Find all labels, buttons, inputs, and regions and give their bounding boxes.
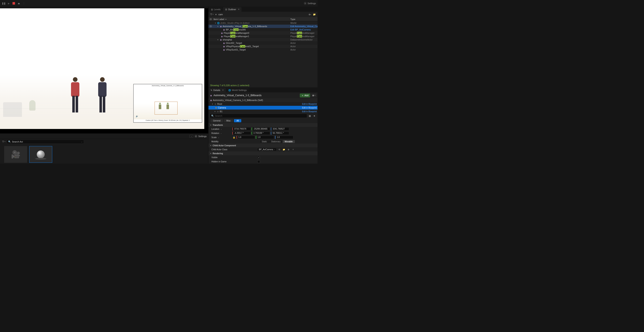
settings-label: Settings [308, 2, 316, 4]
tree-row-world[interactable]: ▾ 🌐 JinBo_Studio (Play In Editor) World [208, 21, 318, 25]
component-b1[interactable]: ▾ ⊹ B1 Edit in Blueprint [208, 110, 318, 113]
section-header-child-actor[interactable]: ▾ Child Actor Component [208, 144, 318, 147]
visibility-toggle[interactable] [208, 25, 213, 27]
mobility-movable[interactable]: Movable [282, 140, 295, 143]
content-settings-button[interactable]: Settings [194, 135, 206, 138]
tree-row-playermgr1[interactable]: ◉ PlayerCameraManager1 PlayerCameraManag… [208, 35, 318, 38]
filter-all[interactable]: All [234, 119, 241, 122]
child-actor-class-dropdown[interactable]: BP_AxiCamera ⌄ [257, 148, 276, 151]
actor-icon: ◉ [223, 28, 225, 31]
tree-row-shanghai[interactable]: ▾ ◉ shanghai DatasmithSceneActor [208, 38, 318, 41]
edit-blueprint-link[interactable]: Edit in Blueprint [302, 103, 317, 105]
filter-button[interactable]: ▾ [1, 140, 6, 144]
world-icon: 🌐 [228, 89, 231, 91]
edit-blueprint-link[interactable]: Edit in Blueprint [302, 107, 317, 109]
add-component-button[interactable]: ＋ Add [300, 93, 310, 97]
eject-button[interactable]: ⏏ [17, 1, 21, 5]
scene-chair [3, 102, 22, 117]
component-self[interactable]: ◉ Aximmetry_Virtual_Camera_1-3_Billboard… [208, 98, 318, 102]
add-filter-button[interactable]: ⊕▾ [308, 12, 312, 16]
viewport[interactable]: Aximmetry_Virtual_Camera_1-3_Billboards … [0, 8, 208, 133]
tree-row-playermgr0[interactable]: ◉ PlayerCameraManager0 PlayerCameraManag… [208, 31, 318, 35]
folder-button[interactable]: 📁 [312, 12, 316, 16]
rotation-z-input[interactable]: 56.709311 ° [271, 131, 289, 135]
tab-outliner[interactable]: ☰ Outliner × [223, 7, 242, 12]
tree-row-direct02[interactable]: ◉ Direct02_Target Actor [208, 41, 318, 45]
location-y-input[interactable]: -25289.306465 [252, 127, 270, 131]
actor-icon: ◉ [223, 48, 225, 51]
material-sphere-icon [37, 150, 45, 158]
asset-thumb-material[interactable] [29, 146, 52, 163]
stop-button[interactable] [12, 1, 16, 5]
asset-thumb-camera[interactable]: 🎥 [4, 146, 27, 163]
scene-plant [29, 100, 36, 111]
location-z-input[interactable]: 3241.780527 [271, 127, 289, 131]
scale-z-input[interactable]: 1.0 [275, 136, 293, 139]
close-tab-icon[interactable]: × [238, 8, 240, 11]
view-options-button[interactable]: ▦ ▾ [312, 94, 316, 97]
asset-search[interactable]: 🔍 ⌄ [7, 140, 84, 144]
details-search[interactable]: 🔍 [210, 114, 307, 118]
expand-icon[interactable]: ▾ [214, 22, 216, 24]
settings-button[interactable]: Settings [304, 2, 316, 5]
visibility-column[interactable] [208, 17, 213, 21]
lock-icon[interactable]: 🔒 [233, 136, 235, 139]
favorite-button[interactable]: ★ [312, 114, 316, 118]
browse-button[interactable]: 📁 [282, 148, 286, 151]
actor-name: Aximmetry_Virtual_Camera_1-3_Billboards [214, 94, 298, 97]
property-matrix-button[interactable]: ▦ [308, 114, 312, 118]
filter-misc[interactable]: Misc [224, 119, 233, 122]
dropdown-icon[interactable]: ⌄ [220, 132, 222, 134]
dropdown-icon[interactable]: ⌄ [220, 128, 222, 130]
mobility-stationary[interactable]: Stationary [269, 140, 282, 143]
type-column[interactable]: Type [290, 17, 318, 21]
clear-search-icon[interactable]: × [214, 13, 218, 16]
scale-x-input[interactable]: 1.0 [236, 136, 255, 139]
section-header-transform[interactable]: ▾ Transform [208, 123, 318, 127]
tree-row-bpaxi[interactable]: ◉ BP_AxiCamera395 Edit BP_AxiCamera [208, 28, 318, 31]
scale-y-input[interactable]: 1.0 [256, 136, 274, 139]
visible-checkbox[interactable] [257, 156, 260, 159]
asset-search-input[interactable] [12, 140, 81, 143]
search-dropdown[interactable]: ⌄ [81, 141, 82, 143]
levels-icon: ▥ [211, 8, 213, 11]
item-label-column[interactable]: Item Label ▲ [213, 17, 290, 21]
outliner-tabs: ▥ Levels ☰ Outliner × [208, 7, 318, 12]
outliner-search-input[interactable] [218, 13, 307, 16]
prop-hidden-in-game: Hidden in Game [208, 159, 318, 164]
rotation-y-input[interactable]: 3.793199 ° [252, 131, 270, 135]
filter-general[interactable]: General [210, 119, 223, 122]
hidden-checkbox[interactable] [257, 160, 260, 163]
mobility-static[interactable]: Static [260, 140, 269, 143]
frame-advance-button[interactable]: ▶ [7, 1, 11, 5]
expand-icon[interactable]: ▾ [217, 25, 219, 27]
rotation-x-input[interactable]: -4.20517 ° [232, 131, 251, 135]
toolbar-menu-button[interactable]: ⋮ [22, 1, 26, 5]
section-header-rendering[interactable]: ▾ Rendering [208, 151, 318, 155]
tree-row-aximmetry[interactable]: ▾ ◉ Aximmetry_Virtual_Camera_1-3_Billboa… [208, 25, 318, 28]
location-x-input[interactable]: 3716.795576 [232, 127, 251, 131]
new-asset-button[interactable]: ⊕ [286, 148, 290, 151]
tab-world-settings[interactable]: 🌐 World Settings [226, 88, 249, 92]
close-tab-icon[interactable]: × [222, 89, 224, 92]
expand-icon[interactable]: ▾ [212, 103, 214, 105]
dropdown-icon[interactable]: ⌄ [218, 136, 219, 138]
tab-levels[interactable]: ▥ Levels [209, 7, 223, 12]
component-root[interactable]: ▾ ⊹ Root Edit in Blueprint [208, 102, 318, 106]
details-search-input[interactable] [215, 115, 306, 117]
tab-details[interactable]: ✎ Details × [208, 88, 226, 92]
tree-row-vraysun[interactable]: ◉ VRaySun01_Target Actor [208, 48, 318, 51]
actor-icon: ◉ [210, 94, 212, 97]
camera-icon: 🎥 [11, 150, 20, 159]
actor-icon: ◉ [223, 45, 225, 47]
expand-icon[interactable]: ▾ [217, 39, 219, 41]
view-dropdown[interactable]: ⌄ [190, 135, 193, 138]
edit-blueprint-link[interactable]: Edit in Blueprint [302, 110, 317, 113]
expand-icon[interactable]: ▾ [214, 111, 216, 112]
tree-row-vraycam[interactable]: ◉ VRayPhysicalCamera01_Target Actor [208, 45, 318, 48]
outliner-filter-button[interactable]: ▾ [210, 13, 214, 16]
pause-button[interactable]: ❚❚ [2, 1, 6, 5]
component-camera[interactable]: 🧍 Camera Edit in Blueprint [208, 106, 318, 110]
clear-button[interactable]: × [291, 148, 295, 151]
use-selected-button[interactable]: ⟲ [278, 148, 281, 151]
